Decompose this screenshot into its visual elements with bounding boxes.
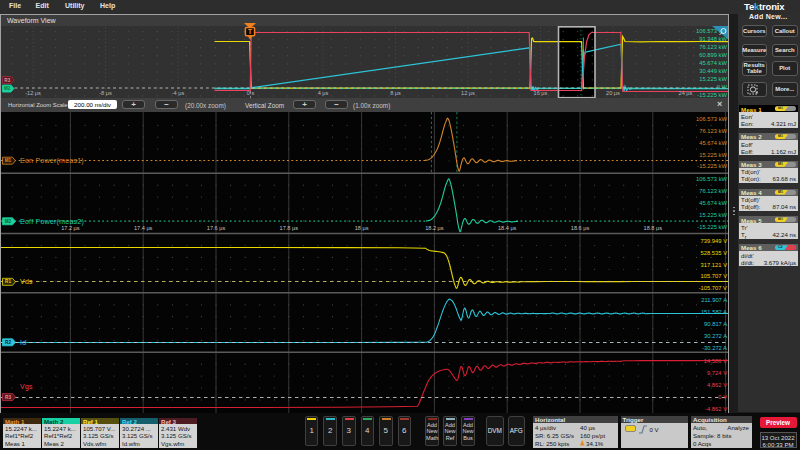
svg-text:90.817 A: 90.817 A bbox=[704, 321, 727, 327]
svg-text:76.123 kW: 76.123 kW bbox=[699, 188, 727, 194]
svg-text:15.225 kW: 15.225 kW bbox=[699, 152, 727, 158]
svg-text:15.225 kW: 15.225 kW bbox=[699, 76, 727, 82]
svg-text:18.6 µs: 18.6 µs bbox=[571, 225, 590, 231]
svg-text:M2: M2 bbox=[4, 86, 11, 91]
svg-text:739.949 V: 739.949 V bbox=[701, 238, 728, 244]
svg-text:-4.862 V: -4.862 V bbox=[705, 406, 727, 412]
svg-text:15.225 kW: 15.225 kW bbox=[699, 212, 727, 218]
svg-text:9.724 V: 9.724 V bbox=[707, 370, 727, 376]
svg-text:45.674 kW: 45.674 kW bbox=[699, 140, 727, 146]
svg-text:-12 µs: -12 µs bbox=[25, 90, 41, 96]
svg-text:Vgs: Vgs bbox=[20, 383, 33, 391]
svg-text:-105.707 V: -105.707 V bbox=[699, 285, 727, 291]
svg-text:Eoff Power(meas2): Eoff Power(meas2) bbox=[20, 218, 84, 226]
svg-text:105.707 V: 105.707 V bbox=[701, 273, 728, 279]
svg-text:76.123 kW: 76.123 kW bbox=[699, 128, 727, 134]
svg-text:60.899 kW: 60.899 kW bbox=[699, 52, 727, 58]
svg-text:4 µs: 4 µs bbox=[318, 90, 329, 96]
svg-text:17.8 µs: 17.8 µs bbox=[280, 225, 299, 231]
svg-text:17.4 µs: 17.4 µs bbox=[134, 225, 153, 231]
svg-text:8 µs: 8 µs bbox=[390, 90, 401, 96]
svg-text:0 V: 0 V bbox=[718, 394, 727, 400]
svg-text:30.272 A: 30.272 A bbox=[704, 333, 727, 339]
svg-text:18 µs: 18 µs bbox=[355, 225, 369, 231]
svg-text:30.449 kW: 30.449 kW bbox=[699, 68, 727, 74]
svg-text:R1: R1 bbox=[5, 279, 11, 284]
svg-text:76.123 kW: 76.123 kW bbox=[699, 44, 727, 50]
svg-text:211.907 A: 211.907 A bbox=[701, 297, 727, 303]
svg-text:-15.225 kW: -15.225 kW bbox=[697, 163, 727, 169]
svg-text:R3: R3 bbox=[5, 395, 11, 400]
svg-text:0 W: 0 W bbox=[717, 84, 728, 90]
svg-text:317.121 V: 317.121 V bbox=[701, 262, 728, 268]
svg-text:106.573 kW: 106.573 kW bbox=[696, 116, 727, 122]
svg-text:-30.272 A: -30.272 A bbox=[702, 345, 727, 351]
svg-text:R3: R3 bbox=[4, 78, 10, 83]
svg-text:45.674 kW: 45.674 kW bbox=[699, 200, 727, 206]
svg-text:0 s: 0 s bbox=[247, 90, 255, 96]
svg-text:18.8 µs: 18.8 µs bbox=[644, 225, 663, 231]
svg-text:M2: M2 bbox=[5, 219, 12, 224]
svg-text:18.2 µs: 18.2 µs bbox=[425, 225, 444, 231]
svg-text:18.4 µs: 18.4 µs bbox=[498, 225, 517, 231]
svg-text:17.6 µs: 17.6 µs bbox=[207, 225, 226, 231]
svg-text:M1: M1 bbox=[5, 158, 12, 163]
svg-text:24 µs: 24 µs bbox=[679, 90, 693, 96]
svg-text:-8 µs: -8 µs bbox=[99, 90, 112, 96]
svg-text:T: T bbox=[248, 28, 252, 35]
svg-text:-15.225 kW: -15.225 kW bbox=[697, 224, 727, 230]
svg-text:151.582 A: 151.582 A bbox=[701, 309, 727, 315]
svg-text:16 µs: 16 µs bbox=[534, 90, 548, 96]
svg-text:Id: Id bbox=[20, 339, 26, 346]
svg-text:12 µs: 12 µs bbox=[461, 90, 475, 96]
svg-text:45.674 kW: 45.674 kW bbox=[699, 60, 727, 66]
svg-text:-4 µs: -4 µs bbox=[172, 90, 185, 96]
svg-text:14.586 V: 14.586 V bbox=[704, 358, 727, 364]
svg-text:20 µs: 20 µs bbox=[606, 90, 620, 96]
svg-text:Eon Power(meas1): Eon Power(meas1) bbox=[20, 157, 84, 165]
svg-text:106.573 kW: 106.573 kW bbox=[696, 176, 727, 182]
svg-text:Vds: Vds bbox=[20, 278, 33, 285]
svg-text:528.535 V: 528.535 V bbox=[701, 250, 728, 256]
svg-text:91.348 kW: 91.348 kW bbox=[699, 36, 727, 42]
svg-text:17.2 µs: 17.2 µs bbox=[61, 225, 80, 231]
svg-text:4.862 V: 4.862 V bbox=[707, 382, 727, 388]
svg-text:R2: R2 bbox=[5, 340, 11, 345]
